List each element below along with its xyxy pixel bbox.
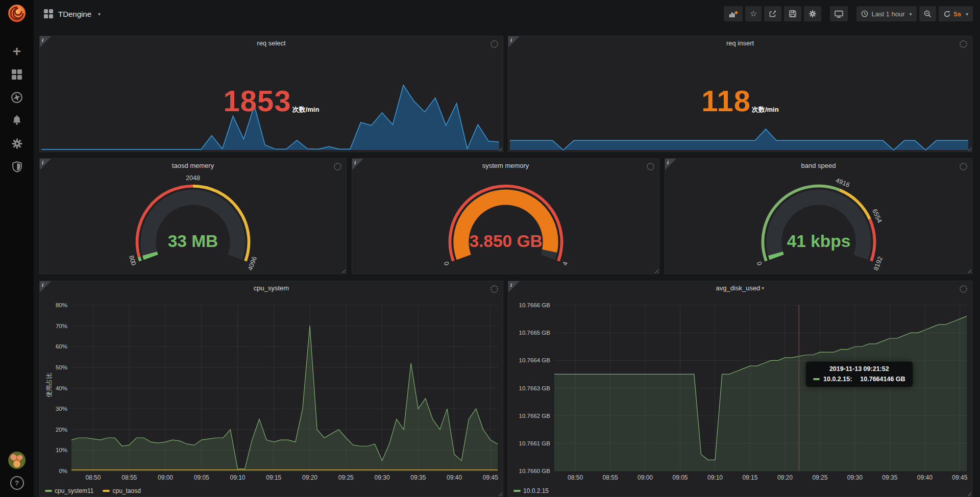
svg-text:09:40: 09:40 (447, 474, 462, 481)
legend-label: 10.0.2.15 (523, 487, 549, 494)
panel-title-req-insert[interactable]: req insert (508, 36, 972, 50)
panel-loading-spinner (491, 285, 498, 293)
info-icon: i (354, 159, 356, 165)
svg-text:80%: 80% (56, 302, 67, 308)
svg-text:0: 0 (442, 261, 450, 266)
panel-info-icon[interactable]: i (40, 281, 51, 292)
zoom-out-button[interactable] (919, 6, 936, 21)
info-icon: i (42, 159, 43, 165)
svg-text:09:15: 09:15 (266, 474, 281, 481)
svg-text:10.7660 GB: 10.7660 GB (519, 468, 551, 474)
avatar[interactable] (8, 452, 26, 469)
alerting-bell-icon[interactable] (10, 114, 23, 127)
svg-text:10.7662 GB: 10.7662 GB (519, 413, 551, 419)
svg-text:6554: 6554 (871, 208, 883, 223)
svg-text:09:30: 09:30 (375, 474, 390, 481)
share-icon (769, 10, 777, 18)
configuration-gear-icon[interactable] (10, 137, 23, 150)
create-plus-icon[interactable]: + (10, 45, 23, 58)
legend-item-10-0-2-15[interactable]: 10.0.2.15 (513, 487, 549, 494)
svg-text:08:50: 08:50 (568, 474, 583, 481)
panel-title-text: band speed (801, 162, 836, 169)
dashboard-title[interactable]: TDengine (58, 10, 91, 18)
explore-compass-icon[interactable] (10, 91, 23, 104)
panel-avg-disk-used: i avg_disk_used ▾ 10.7660 GB10.7661 GB10… (508, 281, 972, 497)
tooltip-series-value: 10.7664146 GB (860, 376, 905, 383)
svg-text:10%: 10% (56, 447, 67, 453)
panel-title-text: taosd memery (172, 162, 214, 169)
svg-text:09:15: 09:15 (742, 474, 757, 481)
panel-title-req-select[interactable]: req select (40, 36, 503, 50)
panel-loading-spinner (647, 163, 654, 170)
svg-text:4: 4 (561, 261, 569, 266)
stat-unit: 次数/min (752, 105, 779, 114)
svg-text:10.7666 GB: 10.7666 GB (519, 302, 551, 308)
chevron-down-icon: ▾ (909, 11, 912, 17)
panel-title-cpu-system[interactable]: cpu_system (40, 281, 503, 295)
svg-text:09:45: 09:45 (483, 474, 498, 481)
save-button[interactable] (784, 6, 801, 21)
svg-text:33 MB: 33 MB (168, 232, 218, 251)
gauge-wrap: 049166554819241 kbps (665, 172, 972, 274)
refresh-interval-dropdown[interactable]: 5s (954, 10, 961, 18)
cpu-system-legend: cpu_system11 cpu_taosd (45, 486, 141, 495)
taosd-memory-gauge: 0802048409633 MB (116, 172, 270, 272)
panel-info-icon[interactable]: i (352, 159, 363, 170)
legend-item-cpu-taosd[interactable]: cpu_taosd (103, 487, 140, 494)
navbar-actions: ☆ (721, 6, 973, 21)
panel-title-taosd-memory[interactable]: taosd memery (40, 159, 346, 172)
dashboards-icon[interactable] (10, 68, 23, 81)
svg-text:10.7661 GB: 10.7661 GB (519, 440, 551, 446)
panel-info-icon[interactable]: i (508, 281, 520, 292)
svg-text:09:40: 09:40 (917, 474, 933, 481)
cycle-view-button[interactable] (830, 6, 848, 21)
chevron-down-icon[interactable]: ▾ (98, 11, 101, 17)
panel-info-icon[interactable]: i (508, 36, 520, 47)
svg-text:4916: 4916 (835, 177, 850, 189)
gauge-wrap: 043.850 GB (352, 172, 659, 274)
grafana-logo[interactable] (7, 3, 27, 23)
svg-text:10.7664 GB: 10.7664 GB (519, 357, 551, 363)
server-admin-shield-icon[interactable] (10, 160, 23, 173)
save-icon (789, 10, 797, 18)
panel-title-system-memory[interactable]: system memory (352, 159, 659, 172)
panel-menu-caret-icon[interactable]: ▾ (762, 285, 764, 291)
star-button[interactable]: ☆ (745, 6, 762, 21)
info-icon: i (667, 159, 669, 165)
svg-text:09:25: 09:25 (338, 474, 354, 481)
chevron-down-icon: ▾ (966, 11, 968, 17)
legend-item-cpu-system11[interactable]: cpu_system11 (45, 487, 93, 494)
panel-title-text: req insert (726, 39, 754, 47)
panel-title-text: cpu_system (254, 284, 289, 292)
panel-loading-spinner (334, 163, 341, 170)
time-range-button[interactable]: Last 1 hour ▾ (856, 6, 916, 21)
stat-value: 118 (701, 84, 751, 118)
svg-text:10.7665 GB: 10.7665 GB (519, 330, 551, 336)
resize-handle[interactable] (967, 491, 971, 496)
panel-loading-spinner (960, 40, 967, 48)
help-icon[interactable]: ? (10, 476, 24, 490)
panel-title-avg-disk-used[interactable]: avg_disk_used ▾ (508, 281, 972, 295)
resize-handle[interactable] (498, 491, 502, 496)
gear-icon (808, 10, 817, 18)
share-button[interactable] (764, 6, 781, 21)
panel-info-icon[interactable]: i (665, 159, 676, 170)
stat-value-wrap: 1853 次数/min (40, 50, 503, 152)
info-icon: i (510, 282, 512, 288)
panel-info-icon[interactable]: i (40, 36, 51, 47)
refresh-icon (943, 10, 951, 18)
avg-disk-used-chart: 10.7660 GB10.7661 GB10.7662 GB10.7663 GB… (508, 295, 972, 485)
dashboard-grid-icon (44, 9, 53, 18)
svg-text:20%: 20% (56, 427, 67, 433)
svg-text:09:20: 09:20 (777, 474, 793, 481)
info-icon: i (510, 37, 512, 43)
refresh-button[interactable]: 5s ▾ (939, 6, 973, 21)
add-panel-button[interactable] (724, 6, 743, 21)
settings-button[interactable] (804, 6, 821, 21)
clock-icon (861, 10, 868, 17)
panel-title-band-speed[interactable]: band speed (665, 159, 972, 172)
svg-text:09:05: 09:05 (194, 474, 209, 481)
panel-info-icon[interactable]: i (40, 159, 51, 170)
svg-text:40%: 40% (56, 385, 67, 391)
svg-text:09:45: 09:45 (952, 474, 967, 481)
